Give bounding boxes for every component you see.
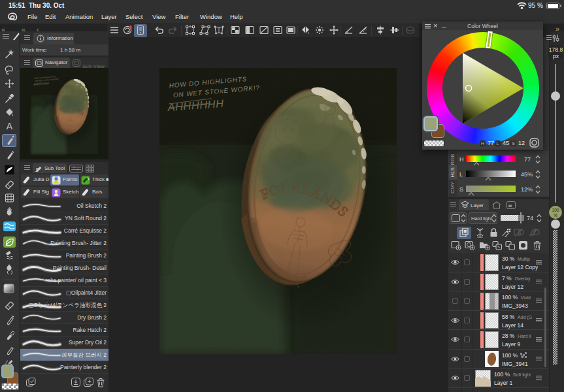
- svg-text:RGB: RGB: [450, 154, 456, 165]
- svg-text:CMY: CMY: [450, 181, 456, 193]
- svg-text:A: A: [7, 121, 13, 131]
- svg-text:HLS: HLS: [450, 167, 456, 178]
